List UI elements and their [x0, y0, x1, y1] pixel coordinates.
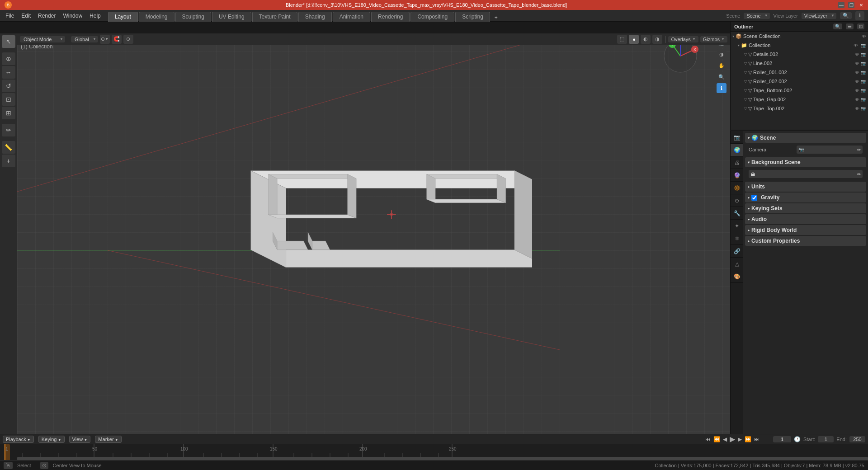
visibility-icon[interactable]: 👁 — [862, 34, 866, 39]
custom-props-header[interactable]: ▸ Custom Properties — [745, 236, 866, 246]
prop-tab-physics[interactable]: ⚛ — [731, 232, 743, 245]
keying-sets-header[interactable]: ▸ Keying Sets — [745, 203, 866, 213]
visibility-toggle[interactable]: 👁 — [854, 43, 858, 48]
search-button[interactable]: 🔍 — [840, 12, 852, 19]
close-button[interactable]: ✕ — [858, 2, 864, 8]
transform-dropdown[interactable]: Global ▼ — [71, 36, 98, 42]
snap-toggle[interactable]: 🧲 — [112, 35, 122, 44]
cursor-tool[interactable]: ⊕ — [2, 52, 15, 65]
tab-animation[interactable]: Animation — [333, 12, 370, 22]
viewport-3d[interactable]: User Perspective (1) Collection X Y Z 📷 … — [17, 33, 730, 434]
window-controls[interactable]: — ❐ ✕ — [838, 2, 864, 8]
roller1-visibility[interactable]: 👁 — [855, 70, 859, 75]
menu-window[interactable]: Window — [59, 12, 86, 20]
menu-file[interactable]: File — [2, 12, 18, 20]
tab-compositing[interactable]: Compositing — [410, 12, 454, 22]
render-preview-icon[interactable]: ◑ — [717, 49, 726, 59]
playback-menu[interactable]: Playback ▼ — [3, 436, 34, 443]
select-tool[interactable]: ↖ — [2, 35, 15, 48]
prop-tab-render[interactable]: 📷 — [731, 131, 743, 144]
outliner-restrict-columns[interactable]: ⊡ — [857, 24, 864, 29]
scene-section-header[interactable]: ▾ 🌍 Scene — [745, 133, 866, 143]
prop-tab-material[interactable]: 🎨 — [731, 270, 743, 283]
proportional-edit[interactable]: ⊙ — [123, 35, 133, 44]
start-frame-input[interactable]: 1 — [818, 436, 834, 442]
tape-gap-visibility[interactable]: 👁 — [855, 97, 859, 102]
toggle-info-icon[interactable]: ℹ — [717, 83, 726, 93]
audio-header[interactable]: ▸ Audio — [745, 214, 866, 224]
menu-help[interactable]: Help — [86, 12, 104, 20]
menu-render[interactable]: Render — [34, 12, 59, 20]
units-header[interactable]: ▸ Units — [745, 182, 866, 192]
tab-uv-editing[interactable]: UV Editing — [212, 12, 251, 22]
prop-tab-world[interactable]: 🔆 — [731, 182, 743, 194]
solid-shading[interactable]: ● — [629, 35, 639, 44]
outliner-item-line[interactable]: ▽ ▽ Line.002 👁 📷 — [731, 59, 868, 68]
keying-menu[interactable]: Keying ▼ — [38, 436, 65, 443]
restore-button[interactable]: ❐ — [848, 2, 854, 8]
rigid-body-header[interactable]: ▸ Rigid Body World — [745, 225, 866, 235]
tab-rendering[interactable]: Rendering — [371, 12, 410, 22]
roller2-camera[interactable]: 📷 — [861, 79, 866, 84]
tape-top-visibility[interactable]: 👁 — [855, 106, 859, 111]
gravity-checkbox[interactable] — [751, 195, 757, 201]
outliner-item-roller1[interactable]: ▽ ▽ Roller_001.002 👁 📷 — [731, 68, 868, 77]
wireframe-shading[interactable]: ⬚ — [617, 35, 627, 44]
details-visibility[interactable]: 👁 — [855, 52, 859, 57]
tape-bottom-camera[interactable]: 📷 — [861, 88, 866, 93]
jump-end-button[interactable]: ⏭ — [754, 436, 760, 442]
rendered-shading[interactable]: ◑ — [652, 35, 662, 44]
tab-texture-paint[interactable]: Texture Paint — [252, 12, 297, 22]
move-tool[interactable]: ↔ — [2, 66, 15, 79]
outliner-item-tape-gap[interactable]: ▽ ▽ Tape_Gap.002 👁 📷 — [731, 95, 868, 104]
info-button[interactable]: ℹ — [855, 11, 864, 20]
jump-start-button[interactable]: ⏮ — [705, 436, 711, 442]
add-tool[interactable]: + — [2, 155, 15, 167]
camera-selector[interactable]: 📷 ✏ — [797, 146, 863, 154]
prop-tab-constraints[interactable]: 🔗 — [731, 245, 743, 258]
outliner-item-details[interactable]: ▽ ▽ Details.002 👁 📷 — [731, 50, 868, 59]
tab-scripting[interactable]: Scripting — [455, 12, 490, 22]
scale-tool[interactable]: ⊡ — [2, 93, 15, 106]
outliner-filter[interactable]: 🔍 — [833, 24, 842, 29]
prop-tab-scene[interactable]: 🌍 — [731, 144, 743, 156]
scene-selector[interactable]: Scene ▼ — [744, 13, 769, 19]
line-visibility[interactable]: 👁 — [855, 61, 859, 66]
outliner-display-mode[interactable]: ☰ — [846, 24, 854, 29]
line-camera[interactable]: 📷 — [861, 61, 866, 66]
tape-top-camera[interactable]: 📷 — [861, 106, 866, 111]
zoom-icon[interactable]: 🔍 — [717, 72, 726, 82]
next-keyframe-button[interactable]: ▶ — [738, 436, 742, 442]
prop-tab-object[interactable]: ⊙ — [731, 194, 743, 207]
roller2-visibility[interactable]: 👁 — [855, 79, 859, 84]
menu-edit[interactable]: Edit — [18, 12, 34, 20]
roller1-camera[interactable]: 📷 — [861, 70, 866, 75]
gizmos-toggle[interactable]: Gizmos▼ — [700, 36, 727, 42]
end-frame-input[interactable]: 250 — [849, 436, 865, 442]
annotate-tool[interactable]: ✏ — [2, 124, 15, 136]
overlays-toggle[interactable]: Overlays▼ — [668, 36, 698, 42]
measure-tool[interactable]: 📏 — [2, 141, 15, 154]
pivot-dropdown[interactable]: ⊙ ▼ — [100, 35, 110, 44]
tab-layout[interactable]: Layout — [108, 12, 138, 22]
play-button[interactable]: ▶ — [730, 435, 735, 443]
next-frame-button[interactable]: ⏩ — [745, 436, 751, 442]
outliner-item-roller2[interactable]: ▽ ▽ Roller_002.002 👁 📷 — [731, 77, 868, 86]
add-workspace-button[interactable]: + — [491, 14, 501, 22]
prop-tab-particles[interactable]: ✦ — [731, 220, 743, 232]
prev-keyframe-button[interactable]: ◀ — [723, 436, 727, 442]
outliner-item-tape-bottom[interactable]: ▽ ▽ Tape_Bottom.002 👁 📷 — [731, 86, 868, 95]
lookdev-shading[interactable]: ◐ — [641, 35, 651, 44]
outliner-item-scene-collection[interactable]: ▾ 📦 Scene Collection 👁 — [731, 32, 868, 41]
hand-tool-icon[interactable]: ✋ — [717, 61, 726, 70]
background-scene-header[interactable]: ▾ Background Scene — [745, 157, 866, 167]
tape-gap-camera[interactable]: 📷 — [861, 97, 866, 102]
current-frame-input[interactable]: 1 — [773, 436, 791, 442]
view-menu[interactable]: View ▼ — [69, 436, 91, 443]
tab-modeling[interactable]: Modeling — [139, 12, 175, 22]
transform-tool[interactable]: ⊞ — [2, 107, 15, 119]
prop-tab-view-layer[interactable]: 🔮 — [731, 169, 743, 182]
outliner-item-collection[interactable]: ▾ 📁 Collection 👁 📷 — [731, 41, 868, 50]
tab-shading[interactable]: Shading — [298, 12, 332, 22]
prop-tab-output[interactable]: 🖨 — [731, 156, 743, 169]
